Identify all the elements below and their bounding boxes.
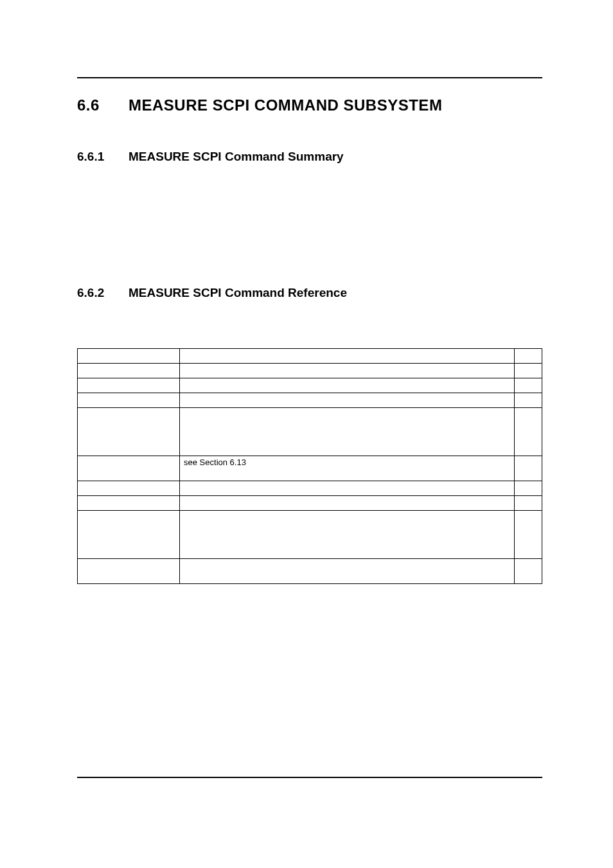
table-cell xyxy=(514,481,542,496)
heading-title: MEASURE SCPI COMMAND SUBSYSTEM xyxy=(129,96,442,114)
table-cell xyxy=(514,349,542,364)
table-row xyxy=(78,559,542,584)
document-page: 6.6 MEASURE SCPI COMMAND SUBSYSTEM 6.6.1… xyxy=(0,0,613,868)
table-cell xyxy=(180,364,515,378)
table-cell xyxy=(78,511,180,559)
subheading-title: MEASURE SCPI Command Summary xyxy=(129,150,344,164)
table-cell xyxy=(180,559,515,584)
table-cell xyxy=(78,393,180,408)
table-cell xyxy=(180,496,515,511)
table-cell xyxy=(180,378,515,393)
subheading-number: 6.6.2 xyxy=(77,286,129,300)
section-heading-2: 6.6.1 MEASURE SCPI Command Summary xyxy=(77,150,542,164)
table-cell xyxy=(514,364,542,378)
table-row xyxy=(78,408,542,456)
table-cell xyxy=(180,481,515,496)
table-cell xyxy=(78,456,180,481)
heading-number: 6.6 xyxy=(77,96,129,114)
table-cell xyxy=(514,496,542,511)
table-cell xyxy=(78,481,180,496)
table-row xyxy=(78,496,542,511)
table-cell xyxy=(78,364,180,378)
table-cell xyxy=(180,511,515,559)
section-heading-1: 6.6 MEASURE SCPI COMMAND SUBSYSTEM xyxy=(77,96,542,114)
table-cell xyxy=(514,456,542,481)
table-row xyxy=(78,393,542,408)
table-cell xyxy=(78,559,180,584)
subheading-title: MEASURE SCPI Command Reference xyxy=(129,286,347,300)
bottom-horizontal-rule xyxy=(77,777,542,778)
table-cell xyxy=(78,496,180,511)
table-row: see Section 6.13 xyxy=(78,456,542,481)
table-cell xyxy=(514,378,542,393)
table-cell xyxy=(78,378,180,393)
table-cell: see Section 6.13 xyxy=(180,456,515,481)
table-row xyxy=(78,364,542,378)
table-cell xyxy=(514,511,542,559)
table-cell xyxy=(78,349,180,364)
table-cell xyxy=(180,349,515,364)
reference-table: see Section 6.13 xyxy=(77,348,542,584)
table-cell xyxy=(180,393,515,408)
section-heading-2: 6.6.2 MEASURE SCPI Command Reference xyxy=(77,286,542,300)
top-horizontal-rule xyxy=(77,77,542,78)
table-cell xyxy=(514,408,542,456)
table-row xyxy=(78,349,542,364)
table-cell xyxy=(78,408,180,456)
table-cell xyxy=(514,393,542,408)
table-cell xyxy=(180,408,515,456)
table-row xyxy=(78,378,542,393)
table-row xyxy=(78,511,542,559)
table-row xyxy=(78,481,542,496)
subheading-number: 6.6.1 xyxy=(77,150,129,164)
table-cell xyxy=(514,559,542,584)
